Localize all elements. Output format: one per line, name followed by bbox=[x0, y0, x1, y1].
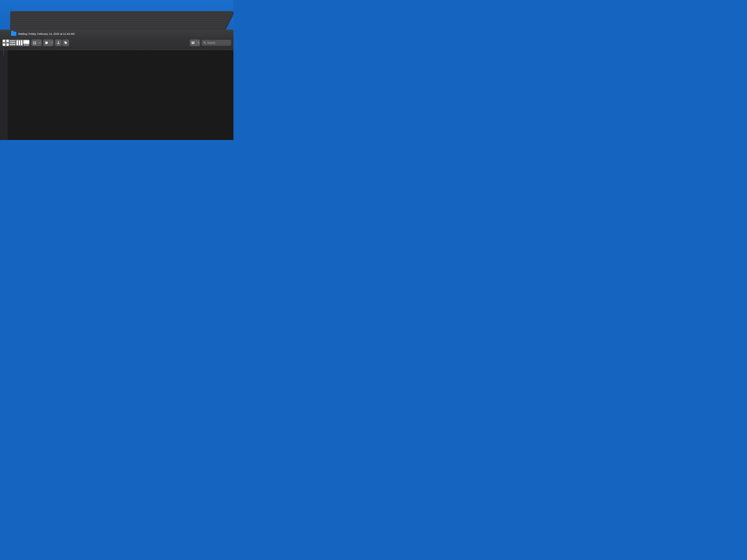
search-box[interactable] bbox=[202, 40, 231, 46]
share-icon bbox=[57, 41, 60, 45]
title-bar: Waiting: Friday, February 14, 2020 at 11… bbox=[0, 30, 233, 38]
tag-icon bbox=[64, 41, 68, 45]
svg-rect-2 bbox=[3, 44, 5, 46]
sidebar bbox=[0, 50, 7, 140]
dropbox-chevron-icon: ▼ bbox=[197, 39, 200, 46]
columns-icon bbox=[16, 39, 23, 46]
group-by-button[interactable]: ▼ bbox=[31, 39, 42, 46]
action-icon-container bbox=[43, 39, 50, 46]
svg-rect-18 bbox=[33, 43, 34, 44]
toolbar-buttons-row: ▼ ▼ bbox=[0, 38, 233, 48]
group-by-chevron-icon: ▼ bbox=[38, 39, 42, 46]
svg-rect-12 bbox=[26, 45, 27, 45]
sidebar-item bbox=[0, 50, 7, 56]
action-button[interactable]: ▼ bbox=[43, 39, 54, 46]
svg-line-23 bbox=[205, 43, 206, 44]
svg-rect-11 bbox=[24, 45, 25, 45]
svg-rect-7 bbox=[17, 40, 18, 45]
svg-rect-4 bbox=[10, 41, 16, 41]
finder-toolbar: Waiting: Friday, February 14, 2020 at 11… bbox=[0, 30, 233, 50]
main-content bbox=[7, 50, 233, 140]
content-area bbox=[0, 50, 233, 140]
folder-icon bbox=[11, 32, 16, 36]
list-icon bbox=[9, 39, 16, 46]
svg-rect-20 bbox=[35, 43, 36, 44]
gallery-icon bbox=[23, 39, 30, 46]
finder-window: Waiting: Friday, February 14, 2020 at 11… bbox=[0, 30, 233, 140]
svg-rect-10 bbox=[23, 40, 29, 44]
svg-rect-14 bbox=[33, 42, 34, 42]
tag-button[interactable] bbox=[62, 39, 69, 46]
svg-rect-3 bbox=[6, 44, 9, 46]
action-chevron-icon: ▼ bbox=[50, 39, 54, 46]
svg-rect-19 bbox=[33, 44, 34, 44]
search-icon bbox=[203, 42, 206, 44]
dropbox-icon-container bbox=[190, 39, 197, 46]
columns-view-button[interactable] bbox=[16, 39, 23, 46]
svg-rect-1 bbox=[6, 40, 9, 42]
svg-rect-16 bbox=[35, 42, 36, 42]
svg-rect-17 bbox=[35, 42, 36, 43]
gear-icon bbox=[45, 41, 48, 45]
gallery-view-button[interactable] bbox=[23, 39, 30, 46]
svg-rect-13 bbox=[27, 45, 28, 45]
view-buttons-group bbox=[2, 39, 30, 46]
svg-rect-8 bbox=[19, 40, 20, 45]
group-by-icon bbox=[33, 41, 36, 45]
svg-rect-6 bbox=[10, 44, 16, 45]
window-title: Waiting: Friday, February 14, 2020 at 11… bbox=[18, 32, 75, 35]
svg-rect-15 bbox=[33, 42, 34, 43]
sidebar-divider bbox=[3, 50, 4, 56]
dropbox-icon bbox=[191, 41, 195, 45]
icon-view-button[interactable] bbox=[2, 39, 9, 46]
share-button[interactable] bbox=[55, 39, 62, 46]
search-input[interactable] bbox=[207, 41, 229, 44]
svg-rect-9 bbox=[21, 40, 22, 45]
group-by-icon-container bbox=[31, 39, 38, 46]
dropbox-button[interactable]: ▼ bbox=[190, 39, 200, 46]
grid-icon bbox=[2, 39, 9, 46]
svg-rect-21 bbox=[35, 44, 36, 44]
list-view-button[interactable] bbox=[9, 39, 16, 46]
svg-rect-0 bbox=[3, 40, 5, 42]
svg-rect-5 bbox=[10, 43, 16, 43]
